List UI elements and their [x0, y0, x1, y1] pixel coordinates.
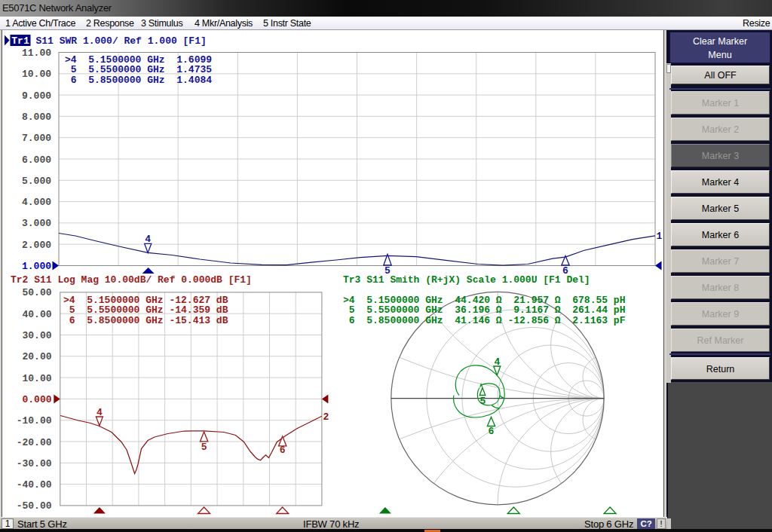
svg-text:30.00: 30.00	[22, 330, 51, 341]
svg-text:-50.00: -50.00	[17, 500, 52, 512]
svg-text:1: 1	[657, 231, 663, 242]
svg-text:1.000: 1.000	[22, 261, 51, 272]
svg-text:6 5.8500000 GHz 1.4084: 6 5.8500000 GHz 1.4084	[65, 75, 212, 86]
svg-text:5.000: 5.000	[22, 176, 51, 187]
svg-text:4.000: 4.000	[22, 197, 51, 208]
svg-text:3.000: 3.000	[22, 218, 51, 229]
svg-text:9.000: 9.000	[22, 90, 51, 102]
svg-text:10.00: 10.00	[22, 69, 51, 80]
svg-text:2: 2	[323, 411, 329, 423]
svg-text:-30.00: -30.00	[17, 458, 52, 469]
svg-text:Tr2 S11 Log Mag 10.00dB/ Ref 0: Tr2 S11 Log Mag 10.00dB/ Ref 0.000dB [F1…	[11, 274, 252, 286]
svg-text:-20.00: -20.00	[17, 437, 52, 448]
svg-text:40.00: 40.00	[22, 309, 51, 320]
svg-text:S11 SWR 1.000/ Ref 1.000 [F1]: S11 SWR 1.000/ Ref 1.000 [F1]	[36, 35, 207, 47]
svg-text:10.00: 10.00	[22, 373, 51, 384]
svg-text:Tr3 S11 Smith (R+jX) Scale 1.0: Tr3 S11 Smith (R+jX) Scale 1.000U [F1 De…	[343, 274, 590, 286]
svg-text:4: 4	[96, 407, 103, 418]
svg-text:5: 5	[480, 396, 486, 407]
svg-text:-40.00: -40.00	[17, 479, 52, 491]
svg-text:0.000: 0.000	[22, 394, 51, 405]
svg-text:-10.00: -10.00	[17, 415, 52, 427]
svg-text:6.000: 6.000	[22, 154, 51, 166]
svg-text:5: 5	[201, 442, 207, 453]
svg-text:6: 6	[280, 445, 286, 456]
svg-text:11.00: 11.00	[22, 47, 51, 59]
svg-text:7.000: 7.000	[22, 133, 51, 144]
svg-text:20.00: 20.00	[22, 351, 51, 362]
svg-text:50.00: 50.00	[22, 287, 51, 298]
svg-text:2.000: 2.000	[22, 240, 51, 251]
svg-text:8.000: 8.000	[22, 112, 51, 123]
svg-text:6 5.8500000 GHz 41.146 Ω -12: 6 5.8500000 GHz 41.146 Ω -12.856 Ω 2.116…	[343, 315, 626, 326]
svg-text:4: 4	[145, 234, 151, 245]
svg-text:Tr1: Tr1	[11, 35, 29, 47]
svg-text:6: 6	[489, 426, 495, 437]
svg-text:6 5.8500000 GHz -15.413 dB: 6 5.8500000 GHz -15.413 dB	[63, 315, 228, 326]
